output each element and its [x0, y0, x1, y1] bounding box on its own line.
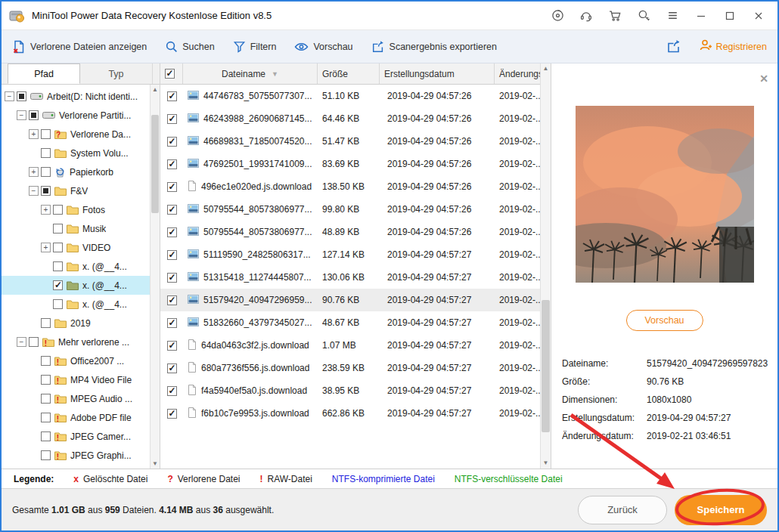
scroll-down-icon[interactable]: ▼ — [541, 458, 551, 469]
tree-item[interactable]: !MP4 Video File — [2, 370, 150, 389]
tree-item[interactable]: +?Verlorene Da... — [2, 125, 150, 144]
tree-checkbox[interactable] — [41, 431, 51, 441]
menu-icon[interactable] — [664, 8, 681, 24]
column-header-erstellungsdatum[interactable]: Erstellungsdatum — [380, 63, 495, 84]
tab-pfad[interactable]: Pfad — [8, 63, 80, 84]
tree-item[interactable]: x. (@__4... — [2, 276, 150, 295]
tree-checkbox[interactable] — [41, 318, 51, 328]
register-button[interactable]: Registrieren — [699, 39, 767, 54]
collapse-icon[interactable]: − — [5, 91, 14, 101]
scrollbar-thumb[interactable] — [542, 300, 550, 432]
collapse-icon[interactable]: − — [17, 337, 26, 347]
tree-checkbox[interactable] — [29, 110, 39, 120]
tree-checkbox[interactable] — [41, 129, 51, 139]
column-header-groesse[interactable]: Größe — [318, 63, 380, 84]
row-checkbox[interactable] — [167, 205, 177, 215]
tree-checkbox[interactable] — [41, 186, 51, 196]
tree-item[interactable]: +VIDEO — [2, 238, 150, 257]
close-icon[interactable] — [750, 8, 767, 24]
tree-item[interactable]: 2019 — [2, 314, 150, 332]
maximize-icon[interactable] — [722, 8, 738, 24]
support-headset-icon[interactable] — [578, 8, 594, 24]
expand-icon[interactable]: + — [41, 205, 51, 215]
table-row[interactable]: 47692501_19931741009...83.69 KB2019-04-2… — [160, 153, 543, 175]
tree-checkbox[interactable] — [53, 261, 63, 271]
share-icon[interactable] — [666, 39, 682, 55]
table-row[interactable]: 680a7736f556.js.download238.59 KB2019-04… — [160, 357, 543, 379]
table-row[interactable]: 51579420_40947296959...90.76 KB2019-04-2… — [160, 289, 543, 311]
vorschau-button[interactable]: Vorschau — [625, 310, 703, 331]
row-checkbox[interactable] — [167, 227, 177, 237]
tree-checkbox[interactable] — [41, 375, 51, 385]
row-checkbox[interactable] — [167, 114, 177, 124]
toolbar-button[interactable]: Filtern — [233, 40, 277, 53]
tree-checkbox[interactable] — [53, 224, 63, 234]
tree-checkbox[interactable] — [41, 356, 51, 366]
tree-checkbox[interactable] — [41, 148, 51, 158]
table-row[interactable]: 44746783_50755077307...51.10 KB2019-04-2… — [160, 85, 543, 107]
tree-item[interactable]: +Fotos — [2, 200, 150, 219]
row-checkbox[interactable] — [167, 409, 177, 419]
register-key-icon[interactable] — [635, 8, 652, 24]
tree-checkbox[interactable] — [41, 167, 51, 177]
row-checkbox[interactable] — [167, 137, 177, 147]
row-checkbox[interactable] — [167, 386, 177, 396]
tree-item[interactable]: −Verlorene Partiti... — [2, 106, 150, 125]
toolbar-button[interactable]: Suchen — [165, 40, 214, 53]
row-checkbox[interactable] — [167, 363, 177, 373]
table-row[interactable]: f6b10c7e9953.js.download662.86 KB2019-04… — [160, 402, 543, 425]
scrollbar-thumb[interactable] — [151, 115, 159, 213]
tree-item[interactable]: System Volu... — [2, 144, 150, 162]
tree-checkbox[interactable] — [41, 450, 51, 460]
table-row[interactable]: 51315418_11274445807...130.06 KB2019-04-… — [160, 266, 543, 289]
table-row[interactable]: 51119590_24825806317...127.14 KB2019-04-… — [160, 243, 543, 266]
tree-item[interactable]: −Arbeit(D: Nicht identi... — [2, 87, 150, 106]
tree-checkbox[interactable] — [41, 413, 51, 422]
minimize-icon[interactable] — [693, 8, 709, 24]
toolbar-button[interactable]: Verlorene Dateien anzeigen — [12, 40, 147, 54]
row-checkbox[interactable] — [167, 182, 177, 192]
back-button[interactable]: Zurück — [578, 496, 667, 524]
preview-close-icon[interactable]: ✕ — [759, 73, 768, 85]
tree-checkbox[interactable] — [41, 394, 51, 404]
tree-item[interactable]: −!Mehr verlorene ... — [2, 332, 150, 351]
tree-item[interactable]: !MPEG Audio ... — [2, 389, 150, 408]
column-header-dateiname[interactable]: Dateiname▼ — [183, 63, 318, 84]
expand-icon[interactable]: + — [29, 129, 39, 139]
tree-item[interactable]: !Adobe PDF file — [2, 408, 150, 427]
collapse-icon[interactable]: − — [29, 186, 39, 196]
expand-icon[interactable]: + — [41, 243, 51, 252]
disc-icon[interactable] — [549, 8, 566, 24]
tree-checkbox[interactable] — [17, 91, 26, 101]
tree-checkbox[interactable] — [53, 280, 63, 290]
tree-checkbox[interactable] — [53, 243, 63, 252]
tree-item[interactable]: !Office2007 ... — [2, 351, 150, 370]
table-row[interactable]: 51832660_43797345027...48.67 KB2019-04-2… — [160, 311, 543, 334]
sidebar-scrollbar[interactable]: ▲ ▼ — [150, 85, 160, 469]
table-scrollbar[interactable]: ▲ ▼ — [540, 63, 551, 469]
tree-checkbox[interactable] — [53, 205, 63, 215]
table-row[interactable]: 64da0463c3f2.js.download1.07 MB2019-04-2… — [160, 334, 543, 357]
tree-checkbox[interactable] — [29, 337, 39, 347]
cart-icon[interactable] — [607, 8, 623, 24]
row-checkbox[interactable] — [167, 91, 177, 101]
table-row[interactable]: 50795544_80573806977...99.80 KB2019-04-2… — [160, 198, 543, 221]
row-checkbox[interactable] — [167, 318, 177, 328]
row-checkbox[interactable] — [167, 341, 177, 351]
scroll-up-icon[interactable]: ▲ — [541, 63, 551, 74]
table-row[interactable]: 496ec1e020ed.js.download138.50 KB2019-04… — [160, 175, 543, 198]
toolbar-button[interactable]: Scanergebnis exportieren — [371, 40, 497, 54]
expand-icon[interactable]: + — [29, 167, 39, 177]
column-header-aenderungsdatum[interactable]: Änderungsda — [495, 63, 543, 84]
row-checkbox[interactable] — [167, 159, 177, 169]
scroll-down-icon[interactable]: ▼ — [151, 459, 160, 469]
table-row[interactable]: 46689831_71850074520...51.47 KB2019-04-2… — [160, 130, 543, 153]
collapse-icon[interactable]: − — [17, 110, 26, 120]
tree-item[interactable]: x. (@__4... — [2, 295, 150, 314]
tree-item[interactable]: Musik — [2, 219, 150, 238]
table-row[interactable]: 50795544_80573806977...48.89 KB2019-04-2… — [160, 221, 543, 243]
row-checkbox[interactable] — [167, 295, 177, 305]
tree-item[interactable]: −F&V — [2, 181, 150, 200]
tree-item[interactable]: !JPEG Graphi... — [2, 446, 150, 465]
table-row[interactable]: 46243988_26090687145...64.46 KB2019-04-2… — [160, 107, 543, 130]
